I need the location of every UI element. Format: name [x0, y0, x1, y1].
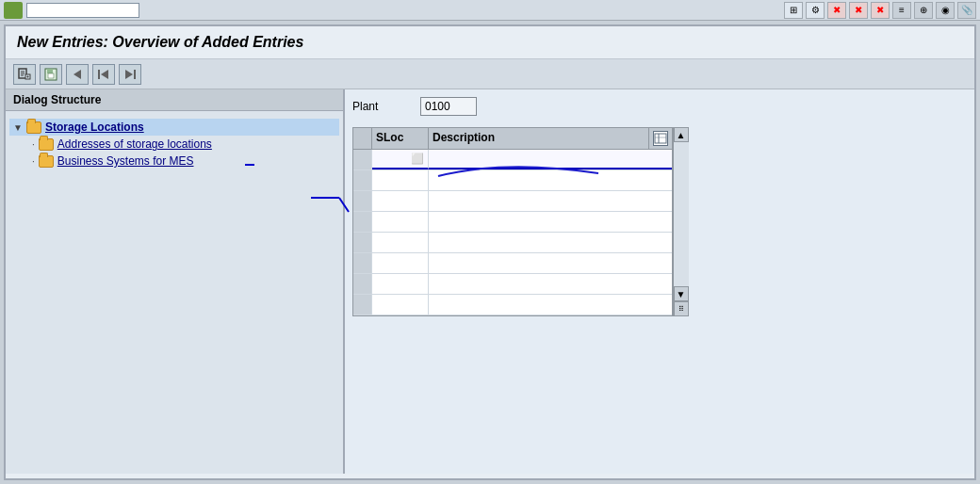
- folder-icon-storage: [26, 121, 41, 134]
- app-icon: [4, 2, 23, 19]
- plant-input[interactable]: [420, 97, 477, 116]
- toolbar-icon-2[interactable]: ⚙: [806, 2, 825, 19]
- row-num-cell: [353, 150, 372, 169]
- svg-rect-14: [134, 70, 136, 79]
- tree-label-addresses: Addresses of storage locations: [57, 137, 212, 151]
- svg-rect-9: [48, 73, 54, 78]
- scroll-grip[interactable]: ⠿: [674, 301, 689, 316]
- sloc-cell-5[interactable]: [372, 233, 429, 252]
- row-num-cell: [353, 233, 372, 252]
- content-area: Dialog Structure ▼ Storage Locations · A…: [6, 89, 974, 474]
- toolbar-icon-9[interactable]: 📎: [957, 2, 976, 19]
- table-header: SLoc Description: [353, 128, 672, 150]
- tree-area: ▼ Storage Locations · Addresses of stora…: [6, 111, 343, 177]
- new-entries-button[interactable]: [13, 64, 36, 85]
- toolbar-icon-4[interactable]: ✖: [849, 2, 868, 19]
- column-settings-icon[interactable]: [653, 131, 668, 146]
- svg-marker-10: [74, 70, 81, 79]
- svg-rect-12: [98, 70, 100, 79]
- desc-cell-2[interactable]: [429, 170, 672, 190]
- dialog-structure-header: Dialog Structure: [6, 89, 343, 111]
- row-num-cell: [353, 191, 372, 211]
- scroll-track: [674, 142, 689, 286]
- bullet-icon: ·: [32, 139, 35, 150]
- tree-item-business-systems[interactable]: · Business Systems for MES: [9, 153, 339, 169]
- th-settings-icon[interactable]: [649, 128, 672, 149]
- toolbar-icon-3[interactable]: ✖: [827, 2, 846, 19]
- svg-rect-15: [655, 134, 666, 143]
- plant-row: Plant: [352, 97, 967, 116]
- page-title: New Entries: Overview of Added Entries: [17, 34, 963, 51]
- sloc-input-1[interactable]: [376, 153, 411, 166]
- desc-cell-8[interactable]: [429, 295, 672, 315]
- desc-cell-6[interactable]: [429, 253, 672, 273]
- table-row: [353, 253, 672, 274]
- command-input[interactable]: [26, 3, 139, 18]
- table-row: [353, 212, 672, 233]
- table-row: [353, 170, 672, 191]
- table-scrollbar: ▲ ▼ ⠿: [673, 127, 688, 316]
- toolbar: [6, 59, 974, 89]
- folder-icon-addresses: [39, 138, 54, 151]
- bullet-icon-2: ·: [32, 156, 35, 167]
- toolbar-icon-6[interactable]: ≡: [892, 2, 911, 19]
- left-panel: Dialog Structure ▼ Storage Locations · A…: [6, 89, 345, 474]
- back-icon: [70, 67, 85, 82]
- main-window: New Entries: Overview of Added Entries: [4, 24, 976, 480]
- sloc-cell-3[interactable]: [372, 191, 429, 211]
- top-bar: ⊞ ⚙ ✖ ✖ ✖ ≡ ⊕ ◉ 📎: [0, 0, 980, 21]
- save-button[interactable]: [40, 64, 62, 85]
- cancel-icon: [122, 67, 138, 82]
- desc-cell-5[interactable]: [429, 233, 672, 252]
- sloc-cell-8[interactable]: [372, 295, 429, 315]
- table-row: [353, 233, 672, 253]
- tree-label-storage-locations: Storage Locations: [45, 121, 144, 134]
- tree-label-business-systems: Business Systems for MES: [57, 154, 194, 168]
- th-row-num: [353, 128, 372, 149]
- sloc-cell-6[interactable]: [372, 253, 429, 273]
- folder-icon-business: [39, 155, 54, 168]
- table-row: ⬜: [353, 150, 672, 170]
- sloc-cell-2[interactable]: [372, 170, 429, 190]
- tree-item-addresses[interactable]: · Addresses of storage locations: [9, 136, 339, 153]
- svg-rect-8: [47, 69, 53, 73]
- toolbar-icon-7[interactable]: ⊕: [914, 2, 933, 19]
- scroll-down-button[interactable]: ▼: [674, 286, 689, 301]
- right-panel: Plant SLoc Description: [345, 89, 974, 474]
- save-icon: [43, 67, 58, 82]
- svg-marker-13: [125, 70, 133, 79]
- table-with-scroll: SLoc Description: [352, 127, 967, 316]
- sloc-cell-7[interactable]: [372, 274, 429, 294]
- toolbar-icon-8[interactable]: ◉: [936, 2, 955, 19]
- th-description: Description: [429, 128, 649, 149]
- tree-item-storage-locations[interactable]: ▼ Storage Locations: [9, 119, 339, 136]
- toolbar-icon-1[interactable]: ⊞: [784, 2, 803, 19]
- row-num-cell: [353, 170, 372, 190]
- sloc-cell-4[interactable]: [372, 212, 429, 232]
- back-button[interactable]: [66, 64, 89, 85]
- desc-cell-4[interactable]: [429, 212, 672, 232]
- scroll-up-button[interactable]: ▲: [674, 127, 689, 142]
- row-num-cell: [353, 212, 372, 232]
- data-table: SLoc Description: [352, 127, 673, 316]
- sloc-cell-1[interactable]: ⬜: [372, 150, 429, 169]
- title-bar: New Entries: Overview of Added Entries: [6, 26, 974, 59]
- top-bar-right-icons: ⊞ ⚙ ✖ ✖ ✖ ≡ ⊕ ◉ 📎: [784, 2, 976, 19]
- desc-cell-3[interactable]: [429, 191, 672, 211]
- table-row: [353, 274, 672, 295]
- table-body: ⬜: [353, 150, 672, 315]
- table-row: [353, 295, 672, 315]
- row-num-cell: [353, 274, 372, 294]
- exit-button[interactable]: [92, 64, 115, 85]
- row-num-cell: [353, 295, 372, 315]
- desc-cell-7[interactable]: [429, 274, 672, 294]
- svg-marker-11: [101, 70, 108, 79]
- toolbar-icon-5[interactable]: ✖: [871, 2, 890, 19]
- expand-icon: ▼: [13, 122, 23, 133]
- desc-cell-1[interactable]: [429, 150, 672, 169]
- copy-button-1[interactable]: ⬜: [411, 153, 424, 165]
- table-row: [353, 191, 672, 212]
- cancel-button[interactable]: [119, 64, 141, 85]
- plant-label: Plant: [352, 100, 409, 113]
- new-entries-icon: [17, 67, 32, 82]
